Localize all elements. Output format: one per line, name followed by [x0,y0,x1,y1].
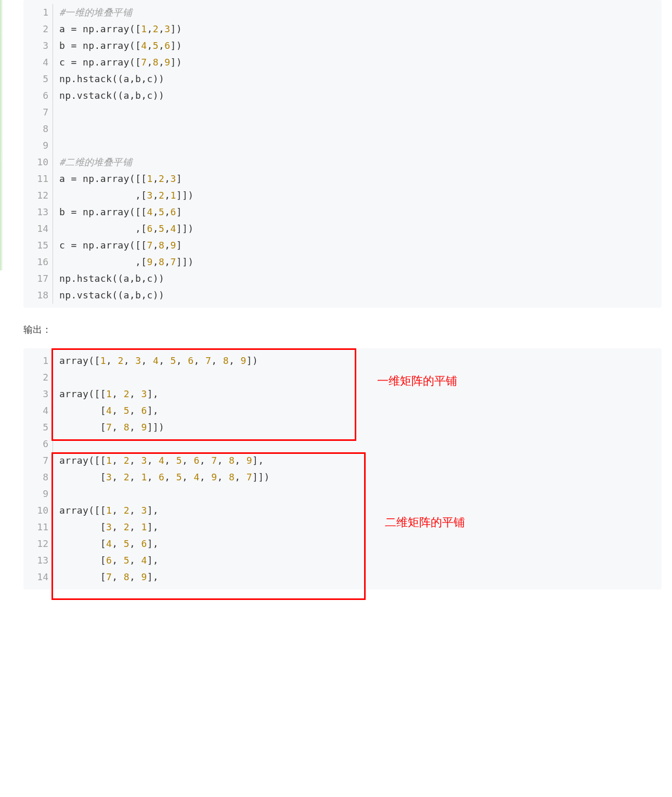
output-wrap: 1array([1, 2, 3, 4, 5, 6, 7, 8, 9])2 3ar… [23,348,662,590]
code-line: 3b = np.array([4,5,6]) [23,37,662,54]
code-line: 14 [7, 8, 9], [23,569,662,585]
line-number: 6 [23,87,53,104]
line-number: 5 [23,71,53,87]
code-content [59,486,65,502]
code-content: np.vstack((a,b,c)) [59,287,164,304]
code-line: 18np.vstack((a,b,c)) [23,287,662,304]
code-line: 4c = np.array([7,8,9]) [23,54,662,71]
code-content: [4, 5, 6], [59,535,159,552]
code-line: 8 [23,121,662,137]
code-content: ,[9,8,7]]) [59,254,194,270]
code-line: 1#一维的堆叠平铺 [23,4,662,21]
code-line: 13b = np.array([[4,5,6] [23,204,662,220]
left-gradient-decoration [0,0,3,270]
line-number: 1 [23,4,53,21]
line-number: 9 [23,486,53,502]
code-content: np.hstack((a,b,c)) [59,270,164,287]
code-line: 5np.hstack((a,b,c)) [23,71,662,87]
code-content: c = np.array([[7,8,9] [59,237,182,254]
code-line: 2a = np.array([1,2,3]) [23,21,662,37]
output-label: 输出： [23,323,662,336]
code-content: a = np.array([1,2,3]) [59,21,182,37]
code-content: ,[6,5,4]]) [59,220,194,237]
code-content: array([[1, 2, 3, 4, 5, 6, 7, 8, 9], [59,452,264,469]
code-content: b = np.array([[4,5,6] [59,204,182,220]
code-line: 10#二维的堆叠平铺 [23,154,662,171]
code-content: array([1, 2, 3, 4, 5, 6, 7, 8, 9]) [59,352,258,369]
code-line: 2 [23,369,662,386]
line-number: 13 [23,552,53,569]
line-number: 4 [23,402,53,419]
code-content [59,369,65,386]
code-content: [4, 5, 6], [59,402,159,419]
code-line: 6np.vstack((a,b,c)) [23,87,662,104]
code-line: 7array([[1, 2, 3, 4, 5, 6, 7, 8, 9], [23,452,662,469]
line-number: 9 [23,137,53,154]
line-number: 10 [23,154,53,171]
code-content: [7, 8, 9], [59,569,159,585]
code-block-output: 1array([1, 2, 3, 4, 5, 6, 7, 8, 9])2 3ar… [23,348,662,590]
code-content: np.hstack((a,b,c)) [59,71,164,87]
code-line: 4 [4, 5, 6], [23,402,662,419]
code-content: [3, 2, 1], [59,519,159,535]
line-number: 7 [23,452,53,469]
line-number: 8 [23,121,53,137]
code-content [59,137,65,154]
annotation-1d: 一维矩阵的平铺 [377,373,457,389]
line-number: 11 [23,171,53,187]
code-line: 11 [3, 2, 1], [23,519,662,535]
page: 1#一维的堆叠平铺2a = np.array([1,2,3])3b = np.a… [0,0,672,616]
line-number: 2 [23,369,53,386]
code-content [59,436,65,452]
line-number: 18 [23,287,53,304]
line-number: 7 [23,104,53,121]
code-line: 6 [23,436,662,452]
code-line: 16 ,[9,8,7]]) [23,254,662,270]
line-number: 12 [23,187,53,204]
code-line: 8 [3, 2, 1, 6, 5, 4, 9, 8, 7]]) [23,469,662,486]
code-block-input: 1#一维的堆叠平铺2a = np.array([1,2,3])3b = np.a… [23,0,662,308]
line-number: 13 [23,204,53,220]
code-line: 10array([[1, 2, 3], [23,502,662,519]
code-line: 14 ,[6,5,4]]) [23,220,662,237]
code-line: 12 [4, 5, 6], [23,535,662,552]
code-line: 1array([1, 2, 3, 4, 5, 6, 7, 8, 9]) [23,352,662,369]
line-number: 3 [23,37,53,54]
line-number: 16 [23,254,53,270]
line-number: 11 [23,519,53,535]
code-content: #二维的堆叠平铺 [59,154,132,171]
line-number: 17 [23,270,53,287]
code-content: [3, 2, 1, 6, 5, 4, 9, 8, 7]]) [59,469,270,486]
code-line: 13 [6, 5, 4], [23,552,662,569]
code-line: 11a = np.array([[1,2,3] [23,171,662,187]
line-number: 6 [23,436,53,452]
code-content [59,104,65,121]
code-line: 17np.hstack((a,b,c)) [23,270,662,287]
code-line: 9 [23,486,662,502]
code-content: array([[1, 2, 3], [59,502,159,519]
annotation-2d: 二维矩阵的平铺 [385,515,465,530]
code-line: 15c = np.array([[7,8,9] [23,237,662,254]
code-content [59,121,65,137]
code-line: 7 [23,104,662,121]
line-number: 15 [23,237,53,254]
line-number: 3 [23,386,53,402]
code-line: 12 ,[3,2,1]]) [23,187,662,204]
line-number: 5 [23,419,53,436]
line-number: 12 [23,535,53,552]
line-number: 4 [23,54,53,71]
code-content: [7, 8, 9]]) [59,419,164,436]
code-content: [6, 5, 4], [59,552,159,569]
line-number: 2 [23,21,53,37]
line-number: 1 [23,352,53,369]
line-number: 10 [23,502,53,519]
line-number: 14 [23,569,53,585]
code-line: 9 [23,137,662,154]
line-number: 8 [23,469,53,486]
code-content: #一维的堆叠平铺 [59,4,132,21]
code-content: np.vstack((a,b,c)) [59,87,164,104]
code-content: a = np.array([[1,2,3] [59,171,182,187]
code-line: 3array([[1, 2, 3], [23,386,662,402]
code-content: c = np.array([7,8,9]) [59,54,182,71]
code-content: b = np.array([4,5,6]) [59,37,182,54]
